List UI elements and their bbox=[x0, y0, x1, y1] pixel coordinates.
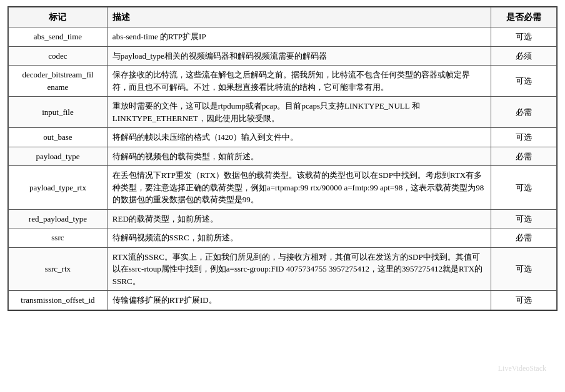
cell-mark: ssrc bbox=[9, 228, 108, 248]
cell-required: 可选 bbox=[491, 128, 556, 147]
table-row: out_base将解码的帧以未压缩的格式（I420）输入到文件中。可选 bbox=[9, 128, 557, 147]
table-row: ssrc待解码视频流的SSRC，如前所述。必需 bbox=[9, 228, 557, 248]
table-row: codec与payload_type相关的视频编码器和解码视频流需要的解码器必须 bbox=[9, 46, 557, 66]
cell-mark: input_file bbox=[9, 97, 108, 128]
cell-description: 将解码的帧以未压缩的格式（I420）输入到文件中。 bbox=[107, 128, 491, 147]
cell-required: 必需 bbox=[491, 228, 556, 248]
cell-mark: red_payload_type bbox=[9, 209, 108, 228]
cell-description: 保存接收的比特流，这些流在解包之后解码之前。据我所知，比特流不包含任何类型的容器… bbox=[107, 66, 491, 97]
cell-description: RED的载荷类型，如前所述。 bbox=[107, 209, 491, 228]
table-row: abs_send_timeabs-send-time 的RTP扩展IP可选 bbox=[9, 27, 557, 47]
cell-description: RTX流的SSRC。事实上，正如我们所见到的，与接收方相对，其值可以在发送方的S… bbox=[107, 247, 491, 291]
watermark-text: LiveVideoStack bbox=[498, 364, 546, 373]
cell-required: 可选 bbox=[491, 209, 556, 228]
table-row: decoder_bitstream_fil ename保存接收的比特流，这些流在… bbox=[9, 66, 557, 97]
cell-required: 必需 bbox=[491, 97, 556, 128]
cell-mark: codec bbox=[9, 46, 108, 66]
cell-description: 待解码的视频包的载荷类型，如前所述。 bbox=[107, 147, 491, 166]
cell-mark: transmission_offset_id bbox=[9, 291, 108, 310]
cell-description: 待解码视频流的SSRC，如前所述。 bbox=[107, 228, 491, 248]
table-row: red_payload_typeRED的载荷类型，如前所述。可选 bbox=[9, 209, 557, 228]
header-required: 是否必需 bbox=[491, 7, 556, 27]
cell-required: 必需 bbox=[491, 147, 556, 166]
table-row: input_file重放时需要的文件，这可以是rtpdump或者pcap。目前p… bbox=[9, 97, 557, 128]
table-header-row: 标记 描述 是否必需 bbox=[9, 7, 557, 27]
cell-required: 可选 bbox=[491, 247, 556, 291]
table-row: transmission_offset_id传输偏移扩展的RTP扩展ID。可选 bbox=[9, 291, 557, 310]
cell-required: 可选 bbox=[491, 66, 556, 97]
cell-description: 与payload_type相关的视频编码器和解码视频流需要的解码器 bbox=[107, 46, 491, 66]
cell-mark: out_base bbox=[9, 128, 108, 147]
cell-mark: decoder_bitstream_fil ename bbox=[9, 66, 108, 97]
table-row: ssrc_rtxRTX流的SSRC。事实上，正如我们所见到的，与接收方相对，其值… bbox=[9, 247, 557, 291]
data-table: 标记 描述 是否必需 abs_send_timeabs-send-time 的R… bbox=[8, 7, 557, 310]
cell-description: abs-send-time 的RTP扩展IP bbox=[107, 27, 491, 47]
cell-description: 在丢包情况下RTP重发（RTX）数据包的载荷类型。该载荷的类型也可以在SDP中找… bbox=[107, 166, 491, 210]
table-row: payload_type待解码的视频包的载荷类型，如前所述。必需 bbox=[9, 147, 557, 166]
cell-mark: abs_send_time bbox=[9, 27, 108, 47]
cell-description: 传输偏移扩展的RTP扩展ID。 bbox=[107, 291, 491, 310]
header-mark: 标记 bbox=[9, 7, 108, 27]
cell-mark: payload_type bbox=[9, 147, 108, 166]
cell-required: 必须 bbox=[491, 46, 556, 66]
cell-required: 可选 bbox=[491, 27, 556, 47]
cell-description: 重放时需要的文件，这可以是rtpdump或者pcap。目前pcaps只支持LIN… bbox=[107, 97, 491, 128]
cell-required: 可选 bbox=[491, 291, 556, 310]
cell-mark: payload_type_rtx bbox=[9, 166, 108, 210]
table-row: payload_type_rtx在丢包情况下RTP重发（RTX）数据包的载荷类型… bbox=[9, 166, 557, 210]
cell-required: 可选 bbox=[491, 166, 556, 210]
main-table-container: 标记 描述 是否必需 abs_send_timeabs-send-time 的R… bbox=[8, 6, 558, 311]
header-description: 描述 bbox=[107, 7, 491, 27]
cell-mark: ssrc_rtx bbox=[9, 247, 108, 291]
